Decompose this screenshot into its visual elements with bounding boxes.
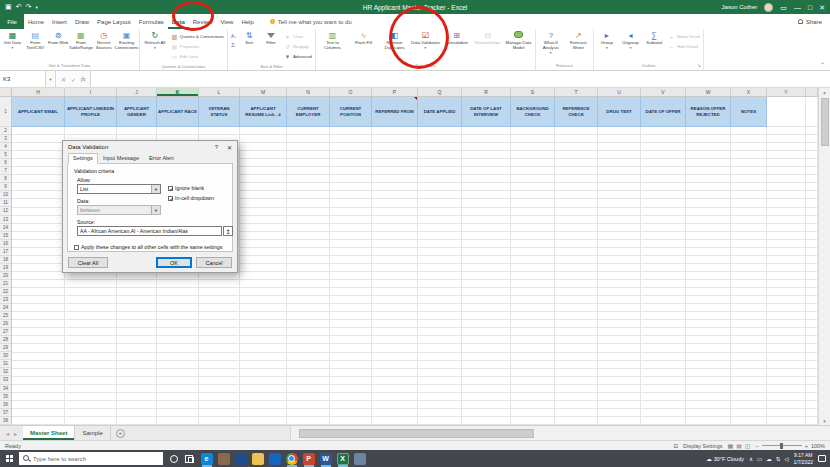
column-header-R[interactable]: R [462, 88, 511, 97]
column-header-K[interactable]: K [157, 88, 199, 97]
column-header-H[interactable]: H [12, 88, 65, 97]
network-icon[interactable]: ⇅ [776, 456, 781, 462]
header-cell-applicant-linkedin-profile[interactable]: APPLICANT LINKEDIN PROFILE [65, 97, 117, 127]
undo-icon[interactable]: ↶ [16, 3, 22, 11]
hide-detail-button[interactable]: −Hide Detail [668, 42, 700, 51]
tab-help[interactable]: Help [237, 14, 257, 29]
header-cell-empty[interactable] [767, 97, 806, 127]
weather-widget[interactable]: ☁ 30°F Cloudy [706, 456, 744, 462]
collapse-ribbon-icon[interactable]: ⌃ [820, 61, 825, 68]
scroll-up-icon[interactable]: ▴ [823, 88, 826, 96]
clear-button[interactable]: ×Clear [284, 32, 312, 41]
tab-formulas[interactable]: Formulas [135, 14, 168, 29]
header-cell-veteran-status[interactable]: VETERAN STATUS [199, 97, 240, 127]
column-cells[interactable] [240, 127, 287, 425]
battery-icon[interactable]: ▭ [757, 456, 762, 462]
header-cell-date-of-offer[interactable]: DATE OF OFFER [641, 97, 686, 127]
header-cell-notes[interactable]: NOTES [731, 97, 767, 127]
from-text-csv-button[interactable]: ▤From Text/CSV [24, 30, 47, 62]
column-header-U[interactable]: U [598, 88, 641, 97]
queries-connections-button[interactable]: ▥Queries & Connections [171, 32, 224, 41]
sheet-nav-left-icon[interactable]: ◂ [6, 430, 9, 437]
row-header-15[interactable]: 15 [0, 232, 11, 240]
allow-dropdown[interactable]: List ▼ [77, 184, 161, 194]
row-header-28[interactable]: 28 [0, 336, 11, 344]
properties-button[interactable]: ▤Properties [171, 42, 224, 51]
mail-icon[interactable] [269, 453, 281, 465]
text-to-columns-button[interactable]: ▥Text to Columns [317, 30, 348, 62]
onedrive-icon[interactable]: ☁ [766, 456, 772, 462]
filter-button[interactable]: Filter [260, 30, 282, 63]
column-header-P[interactable]: P [372, 88, 418, 97]
column-header-Q[interactable]: Q [418, 88, 462, 97]
header-cell-applicant-resume-link[interactable]: APPLICANT RESUME Link - # [240, 97, 287, 127]
column-cells[interactable] [641, 127, 686, 425]
tab-draw[interactable]: Draw [71, 14, 93, 29]
row-header-29[interactable]: 29 [0, 344, 11, 352]
tell-me-box[interactable]: Tell me what you want to do [270, 14, 352, 29]
action-center-icon[interactable] [818, 455, 826, 462]
header-cell-applicant-gender[interactable]: APPLICANT GENDER [117, 97, 157, 127]
column-header-L[interactable]: L [199, 88, 240, 97]
subtotal-button[interactable]: ∑Subtotal [642, 30, 666, 62]
user-avatar[interactable] [764, 3, 773, 12]
dialog-launcher-icon[interactable]: ↘ [697, 62, 701, 70]
row-header-1[interactable]: 1 [0, 97, 11, 127]
dialog-title-bar[interactable]: Data Validation ? ✕ [63, 141, 237, 153]
zoom-level[interactable]: 100% [811, 443, 825, 449]
redo-icon[interactable]: ↷ [26, 3, 32, 11]
column-cells[interactable] [731, 127, 767, 425]
column-header-S[interactable]: S [511, 88, 555, 97]
vertical-scrollbar[interactable]: ▴ ▾ [818, 88, 830, 425]
dialog-tab-settings[interactable]: Settings [68, 153, 98, 164]
from-web-button[interactable]: ⊚From Web [47, 30, 70, 62]
column-header-X[interactable]: X [731, 88, 767, 97]
chevron-up-icon[interactable]: ∧ [749, 456, 753, 462]
row-header-3[interactable]: 3 [0, 135, 11, 143]
tab-view[interactable]: View [216, 14, 237, 29]
task-view-icon[interactable] [185, 455, 193, 463]
save-icon[interactable]: ▣ [5, 3, 12, 11]
row-header-4[interactable]: 4 [0, 143, 11, 151]
get-data-button[interactable]: ▦Get Data▾ [1, 30, 24, 62]
row-header-36[interactable]: 36 [0, 401, 11, 409]
dialog-tab-error-alert[interactable]: Error Alert [144, 153, 179, 164]
header-cell-applicant-email[interactable]: APPLICANT EMAIL [12, 97, 65, 127]
row-header-19[interactable]: 19 [0, 264, 11, 272]
formula-input[interactable] [91, 71, 830, 87]
zoom-in-icon[interactable]: + [805, 443, 808, 449]
forecast-sheet-button[interactable]: ↗Forecast Sheet [565, 30, 593, 62]
tab-file[interactable]: File [0, 14, 24, 29]
dialog-help-icon[interactable]: ? [215, 144, 218, 150]
row-header-35[interactable]: 35 [0, 393, 11, 401]
vertical-scroll-thumb[interactable] [821, 98, 829, 146]
taskbar-search-box[interactable] [19, 452, 163, 465]
row-header-27[interactable]: 27 [0, 328, 11, 336]
tab-home[interactable]: Home [24, 14, 48, 29]
row-header-17[interactable]: 17 [0, 248, 11, 256]
horizontal-scroll-thumb[interactable] [299, 429, 534, 438]
row-header-24[interactable]: 24 [0, 304, 11, 312]
powerpoint-icon[interactable]: P [303, 453, 315, 465]
row-header-5[interactable]: 5 [0, 151, 11, 159]
file-explorer-icon[interactable] [252, 453, 264, 465]
row-header-33[interactable]: 33 [0, 376, 11, 384]
zoom-slider-thumb[interactable] [780, 443, 783, 449]
column-cells[interactable] [511, 127, 555, 425]
column-cells[interactable] [598, 127, 641, 425]
source-input[interactable]: AA - African American,AI - American Indi… [77, 226, 222, 236]
header-cell-background-check[interactable]: BACKGROUND CHECK [511, 97, 555, 127]
row-header-23[interactable]: 23 [0, 296, 11, 304]
display-settings-label[interactable]: Display Settings [683, 443, 722, 449]
header-cell-date-of-last-interview[interactable]: DATE OF LAST INTERVIEW [462, 97, 511, 127]
zoom-slider[interactable] [762, 445, 802, 446]
ribbon-display-options-icon[interactable]: ▭ [780, 4, 787, 11]
confirm-entry-icon[interactable]: ✓ [71, 76, 76, 83]
close-icon[interactable]: ✕ [819, 4, 825, 11]
minimize-icon[interactable]: — [794, 4, 801, 11]
column-header-N[interactable]: N [287, 88, 330, 97]
search-input[interactable] [33, 456, 159, 462]
ok-button[interactable]: OK [156, 257, 192, 268]
header-cell-drug-test[interactable]: DRUG TEST [598, 97, 641, 127]
dialog-tab-input-message[interactable]: Input Message [98, 153, 144, 164]
